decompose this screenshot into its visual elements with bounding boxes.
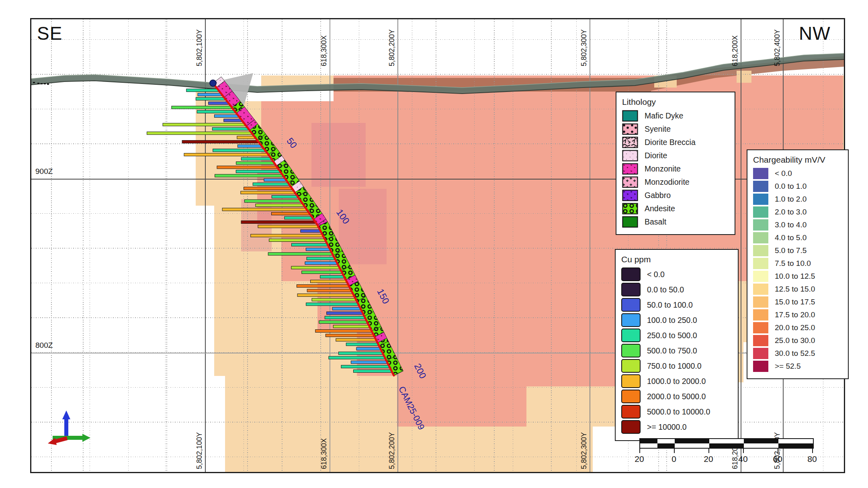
assay-bar [307, 257, 335, 260]
legend-item-label: Mafic Dyke [645, 111, 683, 120]
assay-bar [327, 312, 363, 314]
assay-bar [186, 89, 219, 92]
legend-item-chargeability: 15.0 to 17.5 [753, 296, 843, 308]
cu-swatch [621, 267, 641, 281]
legend-item-label: 2.0 to 3.0 [775, 208, 807, 216]
legend-item-chargeability: < 0.0 [753, 168, 843, 179]
assay-bar [241, 221, 315, 224]
grid-vline-label-bottom: 618,300X [320, 438, 328, 469]
assay-bar [311, 280, 347, 283]
legend-item-label: 50.0 to 100.0 [647, 300, 693, 310]
legend-item-label: Monzonite [645, 164, 681, 174]
grid-vline-label-top: 5,802,300Y [580, 29, 588, 66]
legend-item-label: Gabbro [645, 191, 671, 200]
assay-bar [338, 352, 383, 355]
legend-item-cu: < 0.0 [621, 267, 733, 281]
basalt-swatch [622, 216, 638, 228]
scale-tick [639, 449, 640, 453]
assay-bar [258, 225, 318, 228]
legend-item-lithology: Monzonite [622, 163, 730, 175]
depth-label: 150 [375, 287, 391, 306]
grid-vline-label-top: 5,802,100Y [195, 29, 204, 66]
legend-item-label: 3.0 to 4.0 [775, 221, 807, 229]
scale-tick [778, 449, 778, 453]
legend-item-chargeability: 25.0 to 30.0 [753, 335, 843, 346]
legend-item-label: >= 52.5 [775, 362, 800, 371]
assay-bar [341, 365, 389, 368]
chargeability-swatch [753, 245, 768, 256]
monzodiorite-swatch [622, 176, 638, 188]
chargeability-swatch [753, 258, 768, 269]
assay-bar [356, 347, 381, 350]
legend-item-label: < 0.0 [775, 169, 792, 178]
legend-item-cu: 250.0 to 500.0 [621, 329, 733, 342]
grid-vline-label-top: 618,300X [320, 35, 328, 66]
assay-bar [272, 196, 298, 198]
assay-bar [213, 149, 265, 152]
scale-tick-label: 20 [704, 454, 713, 464]
legend-item-cu: 750.0 to 1000.0 [621, 359, 733, 373]
cu-swatch [621, 374, 641, 388]
assay-bar [291, 266, 340, 269]
legend-item-label: 12.5 to 15.0 [775, 285, 815, 294]
depth-label: 200 [412, 362, 428, 380]
chargeability-swatch [753, 194, 768, 205]
assay-bar [312, 298, 356, 301]
assay-bar [236, 170, 280, 173]
chargeability-swatch [753, 309, 768, 321]
legend-item-label: 250.0 to 500.0 [647, 331, 697, 340]
legend-item-chargeability: 1.0 to 2.0 [753, 194, 843, 205]
legend-item-label: 25.0 to 30.0 [775, 336, 815, 345]
scale-tick [674, 449, 675, 453]
assay-bar [332, 307, 360, 310]
assay-bar [302, 271, 342, 274]
assay-bar [237, 145, 262, 147]
legend-item-label: 5000.0 to 10000.0 [647, 407, 710, 417]
assay-bar [245, 200, 301, 202]
assay-bar [163, 123, 245, 126]
cu-swatch [621, 313, 641, 327]
legend-item-cu: 5000.0 to 10000.0 [621, 405, 733, 419]
legend-item-label: 0.0 to 1.0 [775, 182, 807, 191]
assay-bar [244, 187, 292, 190]
legend-item-label: < 0.0 [647, 270, 665, 279]
scale-tick [812, 449, 813, 453]
assay-bar [336, 339, 376, 341]
scale-cell [640, 439, 657, 443]
assay-bar [329, 356, 385, 359]
assay-bar [172, 106, 232, 109]
drillhole-name-label: CAM25-009 [397, 385, 427, 431]
collar-point[interactable] [210, 80, 216, 86]
legend-item-label: Monzodiorite [645, 178, 690, 187]
grid-vline-label-top: 5,802,400Y [773, 29, 782, 66]
assay-bar [264, 179, 286, 182]
scale-tick [708, 449, 709, 453]
grid-vline-label-top: 5,802,200Y [388, 29, 396, 66]
assay-bar [184, 153, 268, 156]
section-view-window: 50100150200CAM25-009 SE NW Lithology Maf… [0, 0, 868, 488]
assay-bar [197, 110, 235, 113]
legend-item-lithology: Mafic Dyke [622, 110, 730, 122]
chargeability-swatch [753, 168, 768, 179]
chargeability-swatch [753, 219, 768, 231]
cu-swatch [621, 329, 641, 342]
grid-vline-label-bottom: 5,802,200Y [388, 432, 396, 469]
legend-item-chargeability: 10.0 to 12.5 [753, 271, 843, 282]
cu-swatch [621, 390, 641, 403]
assay-bar [291, 243, 328, 246]
assay-bar [307, 289, 351, 292]
scale-cell [709, 439, 744, 443]
legend-item-label: >= 10000.0 [647, 423, 687, 432]
andesite-swatch [622, 203, 638, 214]
scale-cell [675, 439, 709, 443]
assay-bar [320, 276, 344, 278]
legend-item-label: Basalt [645, 217, 666, 227]
cu-swatch [621, 359, 641, 373]
legend-item-chargeability: 2.0 to 3.0 [753, 206, 843, 218]
assay-bar [285, 216, 313, 219]
assay-bar [351, 361, 387, 363]
assay-bar [182, 140, 258, 143]
scale-bar-body [639, 438, 814, 449]
lithology-legend-title: Lithology [622, 97, 730, 107]
scale-tick-label: 0 [671, 454, 676, 464]
